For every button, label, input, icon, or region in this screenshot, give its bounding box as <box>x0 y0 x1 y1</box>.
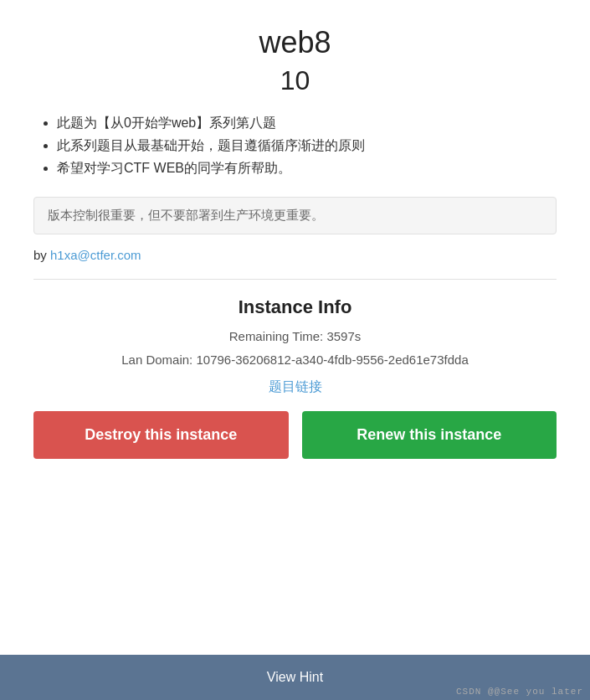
page-title: web8 <box>259 25 331 60</box>
view-hint-label: View Hint <box>267 670 323 684</box>
challenge-link[interactable]: 题目链接 <box>269 378 322 396</box>
score-display: 10 <box>280 65 310 96</box>
description-list: 此题为【从0开始学web】系列第八题 此系列题目从最基础开始，题目遵循循序渐进的… <box>33 111 557 180</box>
lan-domain: Lan Domain: 10796-36206812-a340-4fdb-955… <box>121 350 469 370</box>
page-container: web8 10 此题为【从0开始学web】系列第八题 此系列题目从最基础开始，题… <box>0 0 590 700</box>
bullet-item-3: 希望对学习CTF WEB的同学有所帮助。 <box>57 157 557 179</box>
instance-section: Instance Info Remaining Time: 3597s Lan … <box>33 296 557 479</box>
watermark: CSDN @@See you later <box>456 687 583 697</box>
author-email-link[interactable]: h1xa@ctfer.com <box>50 248 141 262</box>
instance-title: Instance Info <box>239 296 352 318</box>
bullet-item-2: 此系列题目从最基础开始，题目遵循循序渐进的原则 <box>57 134 557 157</box>
instance-button-row: Destroy this instance Renew this instanc… <box>33 411 557 459</box>
author-prefix: by <box>33 248 50 262</box>
remaining-time: Remaining Time: 3597s <box>229 327 362 347</box>
section-divider <box>33 279 557 280</box>
hint-box: 版本控制很重要，但不要部署到生产环境更重要。 <box>33 197 557 234</box>
renew-instance-button[interactable]: Renew this instance <box>302 411 557 459</box>
destroy-instance-button[interactable]: Destroy this instance <box>33 411 289 459</box>
bullet-item-1: 此题为【从0开始学web】系列第八题 <box>57 111 557 134</box>
author-line: by h1xa@ctfer.com <box>33 248 141 262</box>
